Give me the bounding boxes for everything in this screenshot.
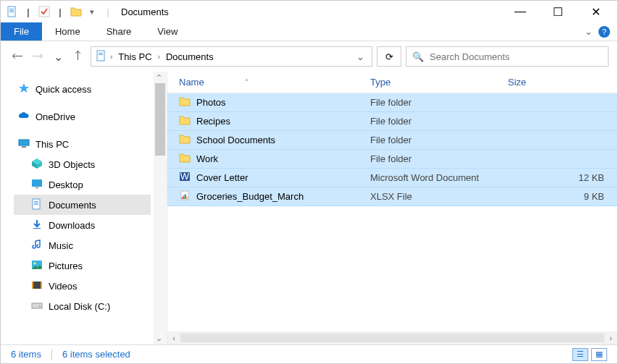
- folder-icon: [70, 6, 82, 17]
- svg-rect-8: [19, 140, 29, 145]
- file-size: 9 KB: [508, 191, 617, 202]
- svg-rect-22: [32, 303, 42, 308]
- sidebar-item-quick-access[interactable]: Quick access: [14, 79, 151, 99]
- down-icon: [31, 219, 43, 232]
- file-name: School Documents: [196, 135, 275, 145]
- status-item-count: 6 items: [11, 349, 41, 360]
- search-box[interactable]: 🔍: [406, 46, 609, 67]
- properties-icon[interactable]: [38, 6, 50, 17]
- minimize-button[interactable]: —: [510, 5, 530, 19]
- col-header-size[interactable]: Size: [508, 77, 617, 88]
- folder-icon: [179, 152, 191, 166]
- search-input[interactable]: [430, 51, 602, 62]
- svg-rect-29: [185, 194, 186, 199]
- help-button[interactable]: ?: [598, 26, 610, 38]
- sidebar-item-desktop[interactable]: Desktop: [14, 174, 151, 195]
- status-selected-count: 6 items selected: [62, 349, 130, 360]
- file-row[interactable]: PhotosFile folder: [167, 93, 617, 112]
- sidebar-item-pictures[interactable]: Pictures: [14, 255, 151, 276]
- crumb-chev-1[interactable]: ›: [158, 53, 160, 61]
- crumb-documents[interactable]: Documents: [163, 51, 217, 62]
- details-view-button[interactable]: ☰: [572, 348, 588, 361]
- horizontal-scrollbar[interactable]: ‹ ›: [167, 331, 617, 344]
- hscroll-track[interactable]: [180, 334, 604, 342]
- file-row[interactable]: School DocumentsFile folder: [167, 131, 617, 150]
- video-icon: [31, 279, 43, 293]
- tab-file[interactable]: File: [1, 22, 42, 41]
- svg-rect-15: [34, 204, 38, 205]
- svg-rect-19: [32, 282, 42, 289]
- qa-dropdown-icon[interactable]: ▾: [86, 6, 98, 17]
- qa-sep: |: [22, 6, 34, 17]
- address-doc-icon: [96, 50, 107, 64]
- file-row[interactable]: WorkFile folder: [167, 150, 617, 169]
- pic-icon: [31, 259, 43, 273]
- view-buttons: ☰ ▦: [572, 348, 607, 361]
- crumb-this-pc[interactable]: This PC: [115, 51, 154, 62]
- sidebar-item-music[interactable]: Music: [14, 235, 151, 255]
- back-button[interactable]: 🡐: [9, 50, 25, 63]
- file-row[interactable]: WCover LetterMicrosoft Word Document12 K…: [167, 169, 617, 187]
- sidebar-item-this-pc[interactable]: This PC: [14, 134, 151, 154]
- address-bar[interactable]: › This PC › Documents ⌄: [91, 46, 372, 67]
- svg-rect-27: [182, 197, 183, 199]
- refresh-button[interactable]: ⟳: [377, 46, 401, 67]
- file-name: Photos: [196, 97, 225, 108]
- sidebar-item-label: Quick access: [36, 84, 91, 95]
- file-name: Recipes: [196, 116, 230, 127]
- file-row[interactable]: RecipesFile folder: [167, 112, 617, 131]
- tab-share[interactable]: Share: [93, 22, 145, 41]
- qa-sep3: |: [102, 6, 114, 17]
- folder-icon: [179, 96, 191, 109]
- forward-button[interactable]: 🡒: [30, 50, 46, 63]
- sidebar-item-downloads[interactable]: Downloads: [14, 215, 151, 235]
- sidebar-item-label: Videos: [49, 281, 78, 292]
- col-header-name[interactable]: Name ˄: [167, 77, 370, 88]
- close-button[interactable]: ✕: [585, 5, 606, 19]
- svg-rect-2: [9, 10, 14, 11]
- file-type: XLSX File: [370, 191, 508, 202]
- document-icon: [7, 6, 18, 17]
- cube-icon: [31, 158, 43, 172]
- word-icon: W: [179, 171, 191, 185]
- sidebar-item-label: This PC: [36, 139, 69, 150]
- address-dropdown-icon[interactable]: ⌄: [356, 51, 364, 62]
- svg-rect-5: [97, 51, 104, 61]
- svg-rect-20: [32, 282, 33, 289]
- svg-point-18: [34, 262, 36, 264]
- folder-icon: [179, 114, 191, 128]
- recent-locations-button[interactable]: ⌄: [50, 50, 66, 64]
- sidebar-item-onedrive[interactable]: OneDrive: [14, 106, 151, 127]
- svg-rect-1: [9, 9, 14, 9]
- sidebar-item-label: Local Disk (C:): [49, 301, 110, 312]
- svg-rect-21: [41, 282, 42, 289]
- sidebar-scroll-thumb[interactable]: [155, 83, 165, 156]
- hscroll-left-icon[interactable]: ‹: [167, 334, 180, 342]
- sidebar-item-3d-objects[interactable]: 3D Objects: [14, 154, 151, 174]
- status-divider: [51, 350, 52, 360]
- svg-rect-13: [34, 201, 38, 202]
- hscroll-right-icon[interactable]: ›: [604, 334, 617, 342]
- svg-rect-14: [34, 203, 38, 203]
- svg-rect-6: [99, 53, 103, 54]
- sort-indicator-icon: ˄: [245, 78, 249, 86]
- sidebar-scrollbar[interactable]: [154, 72, 167, 344]
- onedrive-icon: [18, 110, 30, 124]
- file-row[interactable]: Groceries_Budget_MarchXLSX File9 KB: [167, 187, 617, 206]
- window-controls: — ☐ ✕: [510, 5, 611, 19]
- sidebar-item-videos[interactable]: Videos: [14, 276, 151, 296]
- svg-rect-10: [32, 179, 42, 187]
- ribbon-collapse-icon[interactable]: ⌄: [585, 26, 593, 37]
- tab-home[interactable]: Home: [42, 22, 93, 41]
- sidebar-item-local-disk-c-[interactable]: Local Disk (C:): [14, 296, 151, 316]
- ribbon: File Home Share View ⌄ ?: [1, 22, 617, 41]
- crumb-chev-0[interactable]: ›: [110, 53, 112, 61]
- sidebar-item-documents[interactable]: Documents: [14, 195, 151, 215]
- maximize-button[interactable]: ☐: [548, 5, 568, 19]
- file-list: PhotosFile folderRecipesFile folderSchoo…: [167, 93, 617, 331]
- body: Quick accessOneDriveThis PC3D ObjectsDes…: [1, 72, 617, 344]
- thumbnails-view-button[interactable]: ▦: [591, 348, 607, 361]
- up-button[interactable]: 🡑: [70, 50, 86, 63]
- col-header-type[interactable]: Type: [370, 77, 508, 88]
- tab-view[interactable]: View: [144, 22, 191, 41]
